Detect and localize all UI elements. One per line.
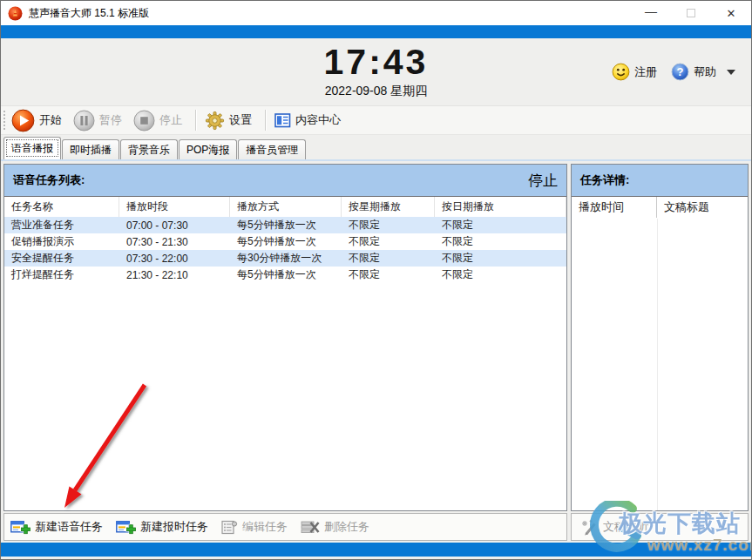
main-toolbar: 开始 暂停 停止	[1, 105, 751, 135]
title-bar: 慧声播音大师 15.1 标准版 — ✕	[1, 1, 751, 25]
window-title: 慧声播音大师 15.1 标准版	[29, 6, 149, 21]
table-cell: 07:00 - 07:30	[119, 219, 230, 232]
column-header[interactable]: 文稿标题	[657, 197, 709, 218]
task-actions-bar: 新建语音任务 新建报时任务	[3, 513, 567, 541]
table-cell: 促销播报演示	[4, 234, 119, 249]
task-detail-header: 任务详情:	[572, 165, 748, 197]
column-header[interactable]: 播放时间	[572, 197, 657, 218]
task-detail-title: 任务详情:	[580, 172, 629, 188]
app-window: 慧声播音大师 15.1 标准版 — ✕ 17:43 2022-09-08 星期四	[0, 0, 752, 560]
new-voice-task-button[interactable]: 新建语音任务	[10, 519, 103, 535]
content-center-icon	[274, 113, 291, 128]
new-task-icon	[10, 520, 30, 535]
table-cell: 每5分钟播放一次	[230, 218, 342, 233]
table-row[interactable]: 营业准备任务07:00 - 07:30每5分钟播放一次不限定不限定	[4, 217, 566, 233]
script-preview-button[interactable]: 文稿试听	[580, 519, 648, 536]
help-button[interactable]: ? 帮助	[671, 63, 716, 81]
table-cell: 不限定	[435, 218, 566, 233]
app-logo-icon	[8, 6, 23, 21]
table-cell: 不限定	[342, 234, 435, 249]
table-row[interactable]: 安全提醒任务07:30 - 22:00每30分钟播放一次不限定不限定	[4, 250, 566, 267]
task-list-header: 语音任务列表: 停止	[4, 165, 566, 197]
table-cell: 安全提醒任务	[4, 251, 119, 266]
table-cell: 不限定	[435, 267, 566, 282]
content-center-button[interactable]: 内容中心	[274, 112, 341, 128]
pause-icon	[73, 110, 95, 132]
maximize-button[interactable]	[671, 1, 711, 25]
new-task-icon	[116, 520, 136, 535]
table-cell: 不限定	[435, 234, 566, 249]
tab-strip: 语音播报即时插播背景音乐POP海报播音员管理	[1, 135, 751, 159]
table-row[interactable]: 打烊提醒任务21:30 - 22:10每5分钟播放一次不限定不限定	[4, 267, 566, 283]
minimize-button[interactable]: —	[631, 1, 671, 25]
clock-header: 17:43 2022-09-08 星期四 注册	[1, 38, 751, 105]
table-cell: 每5分钟播放一次	[230, 234, 342, 249]
toolbar-separator	[265, 110, 266, 131]
help-dropdown-icon[interactable]	[727, 70, 735, 75]
table-cell: 21:30 - 22:10	[119, 269, 230, 281]
task-list-panel: 语音任务列表: 停止 任务名称播放时段播放方式按星期播放按日期播放 营业准备任务…	[3, 164, 567, 511]
tab-4[interactable]: POP海报	[179, 139, 237, 159]
gear-icon	[205, 111, 225, 131]
play-icon	[11, 109, 35, 132]
column-header[interactable]: 播放方式	[230, 197, 342, 217]
table-cell: 07:30 - 22:00	[119, 253, 230, 265]
table-cell: 打烊提醒任务	[4, 267, 119, 282]
broadcast-status: 停止	[528, 171, 558, 191]
help-question-icon: ?	[671, 63, 689, 81]
task-list-title: 语音任务列表:	[13, 172, 85, 188]
top-accent-bar	[1, 25, 751, 38]
table-cell: 营业准备任务	[4, 218, 119, 233]
smiley-icon	[612, 63, 630, 81]
table-cell: 不限定	[342, 267, 435, 282]
stop-button[interactable]: 停止	[133, 110, 182, 132]
table-cell: 不限定	[435, 251, 566, 266]
close-button[interactable]: ✕	[711, 1, 751, 25]
toolbar-grip[interactable]	[3, 111, 6, 130]
column-header[interactable]: 任务名称	[4, 197, 119, 217]
task-detail-panel: 任务详情: 播放时间文稿标题	[571, 164, 749, 511]
detail-table-header: 播放时间文稿标题	[572, 197, 748, 218]
start-button[interactable]: 开始	[11, 109, 62, 132]
maximize-icon	[687, 9, 695, 17]
help-label: 帮助	[694, 64, 716, 80]
new-time-task-button[interactable]: 新建报时任务	[116, 519, 208, 535]
delete-task-button[interactable]: 删除任务	[301, 519, 369, 535]
tab-page: 语音任务列表: 停止 任务名称播放时段播放方式按星期播放按日期播放 营业准备任务…	[1, 159, 751, 511]
table-cell: 每30分钟播放一次	[230, 251, 342, 266]
stop-icon	[133, 110, 155, 132]
delete-task-icon	[301, 521, 320, 534]
task-table-body: 营业准备任务07:00 - 07:30每5分钟播放一次不限定不限定促销播报演示0…	[4, 217, 566, 283]
table-cell: 07:30 - 21:30	[119, 236, 230, 248]
edit-task-icon	[221, 520, 238, 535]
table-cell: 不限定	[342, 218, 435, 233]
detail-actions-bar: 文稿试听	[571, 513, 749, 541]
wand-icon	[580, 519, 599, 536]
task-table-header: 任务名称播放时段播放方式按星期播放按日期播放	[4, 197, 566, 217]
register-button[interactable]: 注册	[612, 63, 657, 81]
detail-column-divider	[657, 219, 658, 510]
tab-3[interactable]: 背景音乐	[120, 139, 178, 159]
table-cell: 每5分钟播放一次	[230, 267, 342, 282]
column-header[interactable]: 播放时段	[119, 197, 230, 217]
bottom-accent-bar	[1, 543, 751, 557]
pause-button[interactable]: 暂停	[73, 110, 122, 132]
table-row[interactable]: 促销播报演示07:30 - 21:30每5分钟播放一次不限定不限定	[4, 233, 566, 250]
toolbar-separator	[195, 110, 196, 131]
settings-button[interactable]: 设置	[205, 111, 252, 131]
column-header[interactable]: 按星期播放	[342, 197, 435, 217]
tab-2[interactable]: 即时插播	[62, 139, 119, 159]
tab-1[interactable]: 语音播报	[3, 137, 61, 159]
column-header[interactable]: 按日期播放	[435, 197, 566, 217]
tab-5[interactable]: 播音员管理	[238, 139, 306, 159]
svg-text:?: ?	[677, 65, 684, 78]
edit-task-button[interactable]: 编辑任务	[221, 519, 288, 535]
date-display: 2022-09-08 星期四	[1, 84, 751, 99]
table-cell: 不限定	[342, 251, 435, 266]
register-label: 注册	[634, 64, 657, 80]
